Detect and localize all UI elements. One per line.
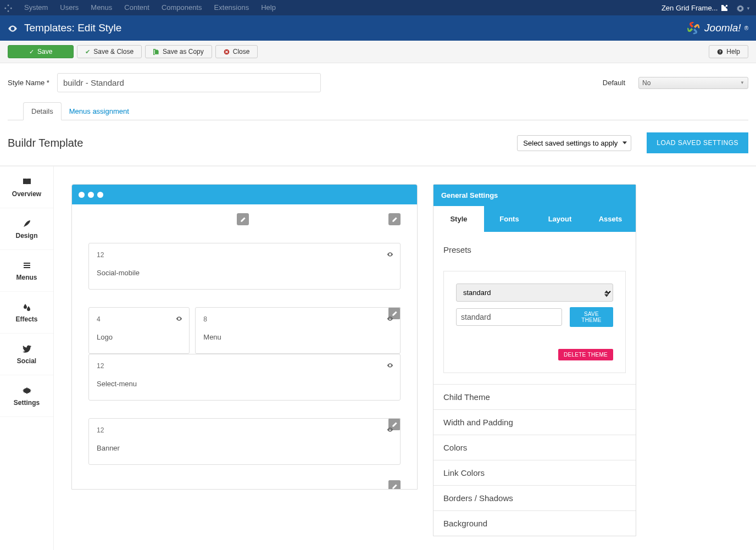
feather-icon: [2, 218, 51, 228]
tab-details[interactable]: Details: [23, 102, 62, 120]
cancel-icon: [224, 48, 230, 55]
nav-help[interactable]: Help: [261, 3, 276, 12]
module-width: 12: [97, 426, 392, 434]
joomla-icon[interactable]: [4, 3, 12, 12]
settings-tab-assets[interactable]: Assets: [585, 206, 636, 232]
style-name-label: Style Name *: [8, 79, 49, 87]
save-close-button[interactable]: ✔ Save & Close: [77, 45, 142, 58]
visibility-icon[interactable]: [387, 425, 393, 433]
visibility-icon[interactable]: [387, 250, 393, 258]
check-icon: ✔: [85, 48, 90, 55]
nav-components[interactable]: Components: [162, 3, 202, 12]
module-width: 8: [203, 315, 392, 323]
style-name-input[interactable]: [57, 73, 321, 92]
save-theme-button[interactable]: SAVE THEME: [570, 307, 613, 327]
help-button[interactable]: ? Help: [709, 45, 748, 58]
module-select-menu[interactable]: 12 Select-menu: [88, 354, 401, 401]
tab-menus-assignment[interactable]: Menus assignment: [62, 103, 137, 120]
gear-icon[interactable]: ▼: [737, 3, 751, 12]
nav-system[interactable]: System: [24, 3, 48, 12]
sidebar-item-label: Settings: [14, 399, 40, 407]
module-name: Logo: [97, 333, 181, 341]
accordion-colors[interactable]: Colors: [433, 435, 636, 460]
accordion-child-theme[interactable]: Child Theme: [433, 384, 636, 409]
module-width: 12: [97, 251, 392, 259]
settings-tab-layout[interactable]: Layout: [535, 206, 585, 232]
settings-tab-style[interactable]: Style: [433, 206, 484, 232]
title-bar: Templates: Edit Style Joomla!®: [0, 15, 756, 41]
window-dot: [79, 192, 85, 198]
sidebar-item-effects[interactable]: Effects: [0, 292, 53, 334]
load-saved-settings-button[interactable]: LOAD SAVED SETTINGS: [647, 132, 748, 153]
svg-text:?: ?: [719, 51, 721, 54]
module-banner[interactable]: 12 Banner: [88, 418, 401, 465]
nav-content[interactable]: Content: [124, 3, 149, 12]
question-icon: ?: [717, 48, 723, 55]
admin-top-nav: System Users Menus Content Components Ex…: [0, 0, 756, 15]
window-dot: [88, 192, 94, 198]
site-name-link[interactable]: Zen Grid Frame...: [662, 4, 729, 12]
visibility-icon[interactable]: [387, 361, 393, 369]
joomla-logo: Joomla!®: [686, 20, 748, 36]
default-select[interactable]: No: [638, 77, 748, 89]
accordion-width-padding[interactable]: Width and Padding: [433, 409, 636, 435]
style-name-row: Style Name * Default No: [0, 63, 756, 92]
presets-heading: Presets: [433, 232, 636, 262]
accordion-borders-shadows[interactable]: Borders / Shadows: [433, 485, 636, 510]
edit-row-button[interactable]: [388, 213, 401, 225]
check-icon: ✓: [29, 48, 34, 55]
toolbar: ✓ Save ✔ Save & Close Save as Copy Close…: [0, 41, 756, 63]
nav-users[interactable]: Users: [60, 3, 79, 12]
sidebar-item-label: Menus: [16, 274, 37, 281]
sidebar-item-label: Effects: [15, 315, 37, 323]
nav-extensions[interactable]: Extensions: [214, 3, 249, 12]
sidebar: Overview Design Menus Effects Social Set…: [0, 166, 54, 550]
sidebar-item-label: Design: [15, 232, 37, 240]
module-width: 12: [97, 362, 392, 370]
twitter-icon: [2, 343, 51, 353]
module-name: Banner: [97, 444, 392, 452]
eye-icon: [8, 23, 18, 34]
edit-row-button[interactable]: [237, 213, 249, 225]
book-icon: [2, 176, 51, 186]
window-dot: [97, 192, 103, 198]
module-name: Menu: [203, 333, 392, 341]
preview-window-chrome: [72, 185, 417, 204]
layout-preview: 12 Social-mobile 4 Logo: [71, 184, 418, 490]
module-menu[interactable]: 8 Menu: [195, 307, 401, 354]
module-width: 4: [97, 315, 181, 323]
edit-row-button[interactable]: [388, 480, 401, 490]
general-settings-panel: General Settings Style Fonts Layout Asse…: [433, 184, 636, 536]
sidebar-item-settings[interactable]: Settings: [0, 375, 53, 417]
template-header: Buildr Template Select saved settings to…: [0, 120, 756, 166]
sidebar-item-design[interactable]: Design: [0, 208, 53, 250]
settings-panel-title: General Settings: [433, 185, 636, 206]
tabs-row: Details Menus assignment: [8, 102, 748, 120]
sidebar-item-social[interactable]: Social: [0, 334, 53, 375]
bars-icon: [2, 260, 51, 270]
close-button[interactable]: Close: [215, 45, 258, 58]
nav-menus[interactable]: Menus: [91, 3, 112, 12]
sidebar-item-menus[interactable]: Menus: [0, 250, 53, 292]
settings-tab-fonts[interactable]: Fonts: [484, 206, 535, 232]
visibility-icon[interactable]: [176, 314, 182, 322]
visibility-icon[interactable]: [387, 314, 393, 322]
module-name: Social-mobile: [97, 269, 392, 277]
saved-settings-select[interactable]: Select saved settings to apply: [517, 135, 631, 151]
page-title: Templates: Edit Style: [24, 22, 121, 34]
preset-select[interactable]: standard: [456, 284, 613, 302]
copy-icon: [153, 48, 159, 55]
accordion-background[interactable]: Background: [433, 510, 636, 536]
save-copy-button[interactable]: Save as Copy: [145, 45, 212, 58]
template-heading: Buildr Template: [8, 137, 83, 149]
drops-icon: [2, 302, 51, 312]
module-social-mobile[interactable]: 12 Social-mobile: [88, 243, 401, 290]
sidebar-item-label: Overview: [12, 190, 41, 198]
save-button[interactable]: ✓ Save: [8, 45, 74, 58]
accordion-link-colors[interactable]: Link Colors: [433, 460, 636, 485]
preset-name-input[interactable]: [456, 308, 562, 326]
sidebar-item-overview[interactable]: Overview: [0, 166, 53, 208]
delete-theme-button[interactable]: DELETE THEME: [558, 349, 613, 360]
module-name: Select-menu: [97, 380, 392, 388]
module-logo[interactable]: 4 Logo: [88, 307, 190, 354]
